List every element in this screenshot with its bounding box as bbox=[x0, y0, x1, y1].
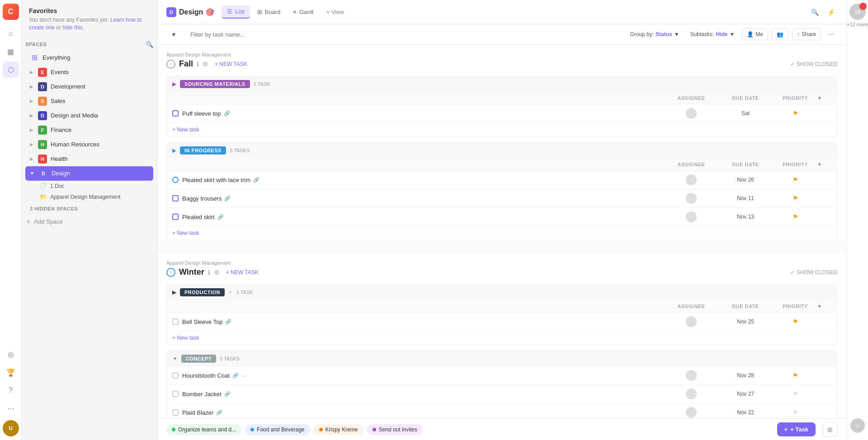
sidebar-item-health[interactable]: ▶ H Health bbox=[25, 152, 153, 166]
add-task-row-inprogress[interactable]: + New task bbox=[167, 226, 837, 240]
tag-label: Organize teams and d... bbox=[178, 426, 236, 433]
sidebar-item-human-resources[interactable]: ▶ H Human Resources bbox=[25, 137, 153, 152]
spaces-search-icon[interactable]: 🔍 bbox=[146, 41, 154, 48]
fall-settings-icon[interactable]: ⚙ bbox=[203, 61, 208, 68]
concept-group-header[interactable]: ▼ CONCEPT 5 TASKS bbox=[167, 351, 837, 366]
share-btn[interactable]: ↑ Share bbox=[792, 28, 821, 40]
task-checkbox[interactable] bbox=[172, 110, 179, 117]
winter-new-task-btn[interactable]: + NEW TASK bbox=[223, 268, 261, 276]
task-row[interactable]: Pleated skirt 🔗 Nov 13 ⚑ bbox=[167, 208, 837, 226]
winter-collapse-btn[interactable]: ○ bbox=[166, 268, 175, 277]
fall-new-task-btn[interactable]: + NEW TASK bbox=[212, 60, 250, 68]
sidebar-item-finance[interactable]: ▶ F Finance bbox=[25, 123, 153, 137]
task-checkbox[interactable] bbox=[172, 318, 179, 325]
hide-link[interactable]: hide this bbox=[62, 24, 83, 31]
add-task-row-production[interactable]: + New task bbox=[167, 331, 837, 345]
winter-info-icon[interactable]: ℹ bbox=[208, 269, 210, 276]
sidebar-item-sales[interactable]: ▶ S Sales bbox=[25, 94, 153, 108]
add-task-row-sourcing[interactable]: + New task bbox=[167, 123, 837, 136]
section-divider bbox=[157, 244, 846, 249]
add-space-btn[interactable]: + Add Space bbox=[22, 215, 157, 229]
online-users-avatar[interactable]: 13 bbox=[849, 4, 866, 20]
sidebar-item-design[interactable]: ▼ D Design bbox=[25, 166, 153, 181]
fall-collapse-btn[interactable]: ○ bbox=[166, 60, 175, 69]
task-row[interactable]: Bell Sleeve Top 🔗 Nov 25 ⚑ bbox=[167, 313, 837, 331]
task-checkbox[interactable] bbox=[172, 391, 179, 397]
avatar bbox=[686, 370, 697, 381]
task-row[interactable]: Pleated skirt with lace trim 🔗 Nov 26 ⚑ bbox=[167, 171, 837, 189]
task-date: Nov 25 bbox=[718, 318, 773, 325]
task-name: Baggy trousers 🔗 bbox=[182, 195, 664, 202]
help-nav-btn[interactable]: ? bbox=[3, 382, 19, 398]
task-row[interactable]: Bomber Jacket 🔗 Nov 27 ⚑ bbox=[167, 385, 837, 403]
concept-badge: CONCEPT bbox=[181, 355, 216, 363]
grid-view-toggle-btn[interactable]: ⊞ bbox=[823, 422, 837, 437]
filter-input[interactable] bbox=[187, 29, 621, 40]
assignee-avatars-btn[interactable]: 👥 bbox=[772, 28, 788, 40]
sidebar-item-label: Design and Media bbox=[51, 112, 98, 119]
task-checkbox[interactable] bbox=[172, 409, 179, 416]
tab-list[interactable]: ☰ List bbox=[222, 5, 250, 19]
me-filter-btn[interactable]: 👤 Me bbox=[742, 28, 768, 40]
grid-nav-btn[interactable]: ▦ bbox=[3, 43, 19, 60]
trophy-nav-btn[interactable]: 🏆 bbox=[3, 364, 19, 380]
spaces-nav-btn[interactable]: ⬡ bbox=[3, 61, 19, 78]
sidebar-item-events[interactable]: ▶ E Events bbox=[25, 65, 153, 80]
col-header-add[interactable]: + bbox=[818, 94, 831, 101]
chevron-icon: ▶ bbox=[30, 113, 33, 118]
more-nav-btn[interactable]: ⋯ bbox=[3, 400, 19, 417]
task-priority: ⚑ bbox=[773, 318, 818, 325]
task-checkbox[interactable] bbox=[172, 372, 179, 379]
everything-icon: ⊞ bbox=[30, 53, 39, 62]
col-header-add[interactable]: + bbox=[818, 303, 831, 309]
winter-show-closed-btn[interactable]: ✓ SHOW CLOSED bbox=[790, 269, 837, 276]
sidebar-sub-item-apparel[interactable]: 📁 Apparel Design Management bbox=[25, 192, 153, 202]
sub-item-label: 1 Doc bbox=[50, 183, 64, 189]
production-badge: PRODUCTION bbox=[180, 288, 225, 296]
more-users-label: +12 more bbox=[847, 22, 868, 27]
inprogress-group-header[interactable]: ▶ IN PROGRESS 3 TASKS bbox=[167, 143, 837, 158]
link-icon: 🔗 bbox=[216, 410, 222, 416]
add-task-btn[interactable]: + + Task bbox=[777, 422, 816, 436]
bottom-tag-krispy[interactable]: Krispy Kreme bbox=[314, 424, 363, 435]
more-options-btn[interactable]: ⋯ bbox=[825, 28, 837, 41]
task-checkbox[interactable] bbox=[172, 177, 179, 183]
task-checkbox[interactable] bbox=[172, 195, 179, 201]
production-group-header[interactable]: ▶ PRODUCTION ✓ 1 TASK bbox=[167, 285, 837, 300]
tab-gantt[interactable]: ≡ Gantt bbox=[288, 6, 319, 18]
header-search-btn[interactable]: 🔍 bbox=[808, 6, 821, 19]
task-checkbox[interactable] bbox=[172, 214, 179, 220]
col-header-add[interactable]: + bbox=[818, 161, 831, 168]
fall-info-icon[interactable]: ℹ bbox=[197, 61, 199, 68]
task-name: Puff sleeve top 🔗 bbox=[182, 110, 664, 117]
sidebar-item-development[interactable]: ▶ D Development bbox=[25, 80, 153, 94]
left-icon-bar: C ⌂ ▦ ⬡ ◎ 🏆 ? ⋯ U bbox=[0, 0, 22, 440]
bottom-user-avatar[interactable]: U bbox=[850, 418, 865, 433]
winter-settings-icon[interactable]: ⚙ bbox=[214, 269, 220, 276]
filter-icon-btn[interactable]: ▼ bbox=[166, 29, 181, 40]
bottom-tag-invites[interactable]: Send out invites bbox=[367, 424, 423, 435]
learn-link[interactable]: Learn how to create one bbox=[29, 17, 142, 31]
home-nav-btn[interactable]: ⌂ bbox=[3, 25, 19, 42]
user-avatar-nav[interactable]: U bbox=[3, 420, 19, 436]
sidebar-sub-item-doc[interactable]: 📄 1 Doc bbox=[25, 181, 153, 192]
task-row[interactable]: Baggy trousers 🔗 Nov 11 ⚑ bbox=[167, 189, 837, 208]
people-icon: 👥 bbox=[777, 31, 783, 37]
group-by-dropdown[interactable]: Group by: Status ▼ bbox=[626, 29, 683, 39]
task-row[interactable]: Plaid Blazer 🔗 Nov 22 ⚑ bbox=[167, 403, 837, 418]
bottom-tag-organize[interactable]: Organize teams and d... bbox=[166, 424, 241, 435]
task-row[interactable]: Houndstooth Coat 🔗 — Nov 28 ⚑ bbox=[167, 366, 837, 385]
bottom-tag-food[interactable]: Food and Beverage bbox=[245, 424, 310, 435]
header-lightning-btn[interactable]: ⚡ bbox=[825, 6, 837, 19]
subtasks-dropdown[interactable]: Subtasks: Hide ▼ bbox=[687, 29, 739, 39]
task-row[interactable]: Puff sleeve top 🔗 Sat ⚑ bbox=[167, 104, 837, 123]
tab-board[interactable]: ⊞ Board bbox=[252, 6, 286, 18]
sidebar-item-everything[interactable]: ⊞ Everything bbox=[25, 51, 153, 65]
add-view-btn[interactable]: + View bbox=[321, 6, 349, 18]
fall-show-closed-btn[interactable]: ✓ SHOW CLOSED bbox=[790, 61, 837, 67]
sidebar-item-design-media[interactable]: ▶ D Design and Media bbox=[25, 108, 153, 123]
notifications-nav-btn[interactable]: ◎ bbox=[3, 346, 19, 362]
sourcing-group-header[interactable]: ▶ SOURCING MATERIALS 1 TASK bbox=[167, 76, 837, 92]
app-logo[interactable]: C bbox=[3, 4, 19, 20]
sourcing-column-headers: ASSIGNEE DUE DATE PRIORITY + bbox=[167, 92, 837, 104]
